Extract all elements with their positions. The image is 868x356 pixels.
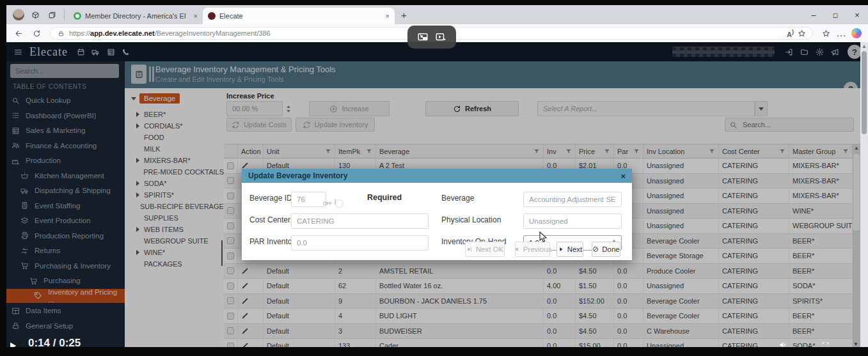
beverage-id-input[interactable]: 76 [291, 192, 326, 207]
workspaces-icon[interactable] [27, 11, 43, 19]
player-overlay-pill [407, 26, 456, 49]
button-label: Next OK [476, 245, 503, 253]
tab-actions-icon[interactable] [43, 11, 60, 19]
beverage-input[interactable]: Accounting Adjustment SET [523, 192, 622, 207]
back-icon[interactable] [9, 29, 28, 38]
toggle-state-label: OFF [323, 201, 332, 206]
done-button[interactable]: Done [592, 242, 620, 257]
more-menu-icon[interactable]: … [833, 27, 849, 39]
dialog-header[interactable]: Update Beverage Inventory × [242, 169, 632, 183]
required-label: Required [367, 193, 402, 202]
toggle-knob [336, 200, 343, 207]
collections-icon[interactable] [818, 29, 833, 38]
physical-location-input[interactable]: Unassigned [523, 213, 622, 229]
tab-title: Elecate [219, 12, 382, 20]
lock-icon [58, 30, 64, 36]
read-aloud-icon[interactable]: A) [787, 29, 794, 38]
window-maximize-button[interactable]: ◻ [825, 12, 846, 19]
dialog-close-icon[interactable]: × [620, 171, 626, 181]
tab-title: Member Directory - America's El [85, 12, 190, 20]
done-icon [592, 246, 599, 252]
browser-tab-strip: Member Directory - America's El × Elecat… [6, 5, 868, 24]
next-ok-button[interactable]: Next OK [465, 242, 505, 257]
button-label: Done [602, 245, 620, 253]
next-button[interactable]: Next [556, 242, 583, 257]
tab-favicon [208, 12, 216, 20]
tab-close-icon[interactable]: × [194, 12, 198, 20]
picture-in-picture-icon[interactable] [417, 31, 429, 43]
window-close-button[interactable]: × [846, 10, 868, 20]
browser-tab-elecate[interactable]: Elecate × [203, 8, 395, 24]
dialog-body: Beverage ID76OFFRequiredCost CenterCATER… [242, 183, 632, 260]
field-label-l0: Beverage ID [249, 194, 292, 203]
par-inventory-input[interactable]: 0.0 [291, 235, 429, 251]
button-label: Previous [523, 245, 552, 253]
page-scrollbar-thumb[interactable] [862, 51, 867, 134]
app-viewport: Elecate ? TABLE OF CONTENTS Quick Lookup… [6, 42, 868, 347]
tab-close-icon[interactable]: × [386, 12, 390, 20]
reload-icon[interactable] [28, 29, 45, 38]
input-value: Accounting Adjustment SET [529, 196, 616, 203]
required-toggle[interactable]: OFF [335, 199, 336, 205]
tab-favicon [74, 12, 81, 20]
field-label-r0: Beverage [441, 194, 474, 203]
mouse-cursor [539, 231, 548, 245]
window-minimize-button[interactable]: – [803, 10, 825, 20]
next-icon [558, 246, 564, 252]
field-label-r1: Physical Location [441, 215, 501, 224]
copilot-icon[interactable] [851, 28, 862, 38]
update-beverage-inventory-dialog: Update Beverage Inventory × Beverage ID7… [242, 169, 632, 260]
letterbox-left [0, 5, 6, 356]
button-label: Next [567, 245, 583, 253]
dialog-title: Update Beverage Inventory [248, 171, 347, 180]
divider [64, 10, 65, 20]
browser-tab-member-directory[interactable]: Member Directory - America's El × [68, 8, 203, 24]
player-bottom-bar [0, 347, 868, 356]
profile-avatar[interactable] [10, 9, 27, 20]
screen: Member Directory - America's El × Elecat… [0, 0, 868, 356]
new-tab-button[interactable]: + [401, 10, 407, 20]
previous-icon [514, 246, 520, 252]
letterbox-top [0, 0, 868, 5]
video-edit-icon[interactable] [435, 31, 446, 43]
field-label-l1: Cost Center [249, 215, 290, 224]
favorites-star-icon[interactable] [798, 29, 806, 38]
cost-center-input[interactable]: CATERING [291, 213, 429, 229]
input-value: Unassigned [529, 217, 616, 225]
url-text: https://app.dev.elecate.net/BeverageInve… [69, 29, 271, 37]
next-ok-icon [466, 246, 473, 252]
